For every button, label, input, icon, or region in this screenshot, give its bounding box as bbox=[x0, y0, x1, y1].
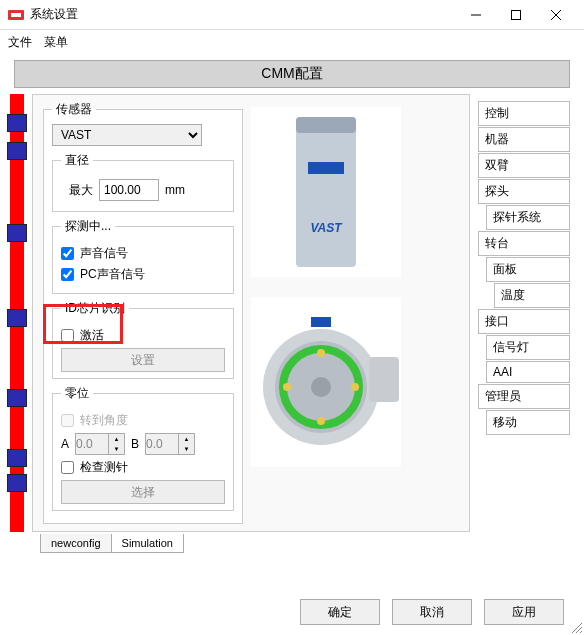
svg-point-15 bbox=[317, 349, 325, 357]
blue-marker bbox=[7, 224, 27, 242]
sidebar-item[interactable]: 机器 bbox=[478, 127, 570, 152]
cancel-button[interactable]: 取消 bbox=[392, 599, 472, 625]
b-spinner[interactable]: ▲▼ bbox=[145, 433, 195, 455]
check-stylus-checkbox[interactable] bbox=[61, 461, 74, 474]
diameter-fieldset: 直径 最大 mm bbox=[52, 152, 234, 212]
diameter-legend: 直径 bbox=[61, 152, 93, 169]
red-side-bar bbox=[10, 94, 24, 532]
sensor-image-bottom bbox=[251, 297, 401, 467]
footer: 确定 取消 应用 bbox=[300, 599, 564, 625]
activate-label: 激活 bbox=[80, 327, 104, 344]
sidebar-item[interactable]: 接口 bbox=[478, 309, 570, 334]
resize-grip-icon[interactable] bbox=[570, 621, 582, 633]
sidebar-item[interactable]: 信号灯 bbox=[486, 335, 570, 360]
a-spinner[interactable]: ▲▼ bbox=[75, 433, 125, 455]
sidebar-item[interactable]: 温度 bbox=[494, 283, 570, 308]
zero-fieldset: 零位 转到角度 A ▲▼ B ▲▼ 检查测针 选择 bbox=[52, 385, 234, 511]
svg-rect-19 bbox=[311, 317, 331, 327]
zero-legend: 零位 bbox=[61, 385, 93, 402]
rotate-label: 转到角度 bbox=[80, 412, 128, 429]
sidebar-item[interactable]: 控制 bbox=[478, 101, 570, 126]
idchip-fieldset: ID芯片识别 激活 设置 bbox=[52, 300, 234, 379]
sidebar-item[interactable]: 管理员 bbox=[478, 384, 570, 409]
svg-point-17 bbox=[283, 383, 291, 391]
tabs: newconfig Simulation bbox=[40, 534, 544, 553]
svg-rect-1 bbox=[11, 13, 21, 17]
svg-point-13 bbox=[311, 377, 331, 397]
unit-label: mm bbox=[165, 183, 185, 197]
blue-marker bbox=[7, 449, 27, 467]
svg-rect-7 bbox=[296, 117, 356, 133]
probing-fieldset: 探测中... 声音信号 PC声音信号 bbox=[52, 218, 234, 294]
pcsound-label: PC声音信号 bbox=[80, 266, 145, 283]
rotate-checkbox bbox=[61, 414, 74, 427]
chevron-down-icon: ▼ bbox=[179, 444, 194, 454]
sidebar-item[interactable]: 转台 bbox=[478, 231, 570, 256]
window-title: 系统设置 bbox=[30, 6, 456, 23]
sensor-image-top: VAST bbox=[251, 107, 401, 277]
sound-checkbox[interactable] bbox=[61, 247, 74, 260]
sensor-legend: 传感器 bbox=[52, 101, 96, 118]
a-label: A bbox=[61, 437, 69, 451]
apply-button[interactable]: 应用 bbox=[484, 599, 564, 625]
sidebar-item[interactable]: 双臂 bbox=[478, 153, 570, 178]
max-label: 最大 bbox=[61, 182, 93, 199]
svg-point-18 bbox=[351, 383, 359, 391]
svg-point-16 bbox=[317, 417, 325, 425]
svg-rect-6 bbox=[296, 117, 356, 267]
chevron-up-icon: ▲ bbox=[109, 434, 124, 444]
sensor-select[interactable]: VAST bbox=[52, 124, 202, 146]
pcsound-checkbox[interactable] bbox=[61, 268, 74, 281]
sidebar-item[interactable]: 移动 bbox=[486, 410, 570, 435]
blue-marker bbox=[7, 309, 27, 327]
diameter-max-input[interactable] bbox=[99, 179, 159, 201]
sidebar-item[interactable]: AAI bbox=[486, 361, 570, 383]
ok-button[interactable]: 确定 bbox=[300, 599, 380, 625]
menu-file[interactable]: 文件 bbox=[8, 34, 32, 51]
nav-sidebar: 控制机器双臂探头探针系统转台面板温度接口信号灯AAI管理员移动 bbox=[474, 94, 574, 532]
maximize-button[interactable] bbox=[496, 1, 536, 29]
preview-column: VAST bbox=[251, 101, 411, 525]
svg-rect-14 bbox=[369, 357, 399, 402]
probing-legend: 探测中... bbox=[61, 218, 115, 235]
b-label: B bbox=[131, 437, 139, 451]
svg-text:VAST: VAST bbox=[310, 221, 343, 235]
svg-line-22 bbox=[580, 631, 582, 633]
svg-rect-3 bbox=[512, 10, 521, 19]
sensor-fieldset: 传感器 VAST 直径 最大 mm 探测中... 声 bbox=[43, 101, 243, 524]
blue-marker bbox=[7, 474, 27, 492]
chevron-up-icon: ▲ bbox=[179, 434, 194, 444]
svg-rect-8 bbox=[308, 162, 344, 174]
config-panel: 传感器 VAST 直径 最大 mm 探测中... 声 bbox=[32, 94, 470, 532]
blue-marker bbox=[7, 114, 27, 132]
sidebar-item[interactable]: 面板 bbox=[486, 257, 570, 282]
sidebar-item[interactable]: 探针系统 bbox=[486, 205, 570, 230]
menu-menu[interactable]: 菜单 bbox=[44, 34, 68, 51]
tab-newconfig[interactable]: newconfig bbox=[40, 534, 112, 553]
tab-simulation[interactable]: Simulation bbox=[111, 534, 184, 553]
check-stylus-label: 检查测针 bbox=[80, 459, 128, 476]
blue-marker bbox=[7, 142, 27, 160]
minimize-button[interactable] bbox=[456, 1, 496, 29]
zero-select-button[interactable]: 选择 bbox=[61, 480, 225, 504]
menubar: 文件 菜单 bbox=[0, 30, 584, 54]
blue-marker bbox=[7, 389, 27, 407]
idchip-settings-button[interactable]: 设置 bbox=[61, 348, 225, 372]
titlebar: 系统设置 bbox=[0, 0, 584, 30]
sidebar-item[interactable]: 探头 bbox=[478, 179, 570, 204]
close-button[interactable] bbox=[536, 1, 576, 29]
sound-label: 声音信号 bbox=[80, 245, 128, 262]
idchip-legend: ID芯片识别 bbox=[61, 300, 129, 317]
banner: CMM配置 bbox=[14, 60, 570, 88]
activate-checkbox[interactable] bbox=[61, 329, 74, 342]
app-logo-icon bbox=[8, 7, 24, 23]
chevron-down-icon: ▼ bbox=[109, 444, 124, 454]
